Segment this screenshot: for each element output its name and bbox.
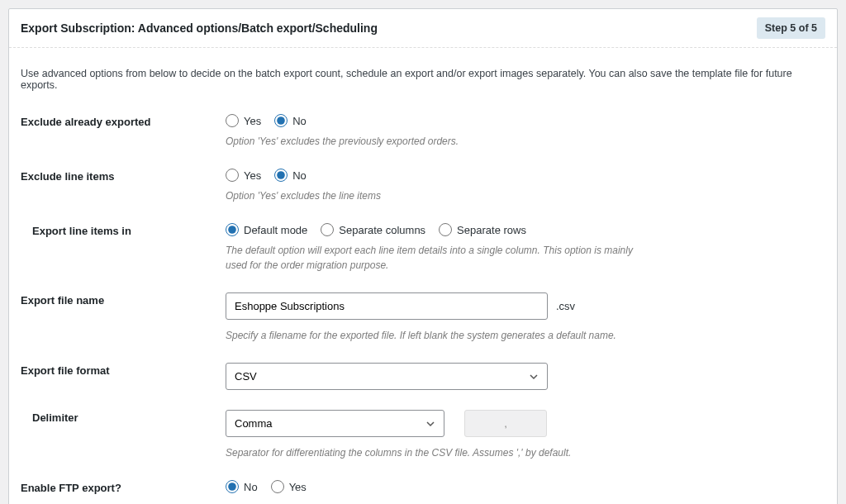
label-delimiter: Delimiter <box>21 410 226 460</box>
label-filename: Export file name <box>21 292 226 343</box>
control-ftp: No Yes <box>226 480 825 500</box>
control-line-item-mode: Default mode Separate columns Separate r… <box>226 223 825 273</box>
delimiter-select[interactable]: Comma <box>226 410 444 437</box>
row-fileformat: Export file format CSV <box>21 363 825 390</box>
row-ftp: Enable FTP export? No Yes <box>21 480 825 500</box>
control-filename: .csv Specify a filename for the exported… <box>226 292 825 343</box>
radio-exclude-exported-no[interactable]: No <box>274 114 307 127</box>
label-line-item-mode: Export line items in <box>21 223 226 273</box>
fileformat-select[interactable]: CSV <box>226 363 548 390</box>
row-exclude-exported: Exclude already exported Yes No Option '… <box>21 114 825 149</box>
radio-group-ftp: No Yes <box>226 480 825 493</box>
filename-ext: .csv <box>556 300 575 312</box>
panel-header: Export Subscription: Advanced options/Ba… <box>9 9 837 48</box>
help-exclude-exported: Option 'Yes' excludes the previously exp… <box>226 134 825 149</box>
radio-line-item-columns[interactable]: Separate columns <box>321 223 425 236</box>
radio-ftp-no[interactable]: No <box>226 480 258 493</box>
delimiter-symbol: , <box>464 410 547 437</box>
row-exclude-line-items: Exclude line items Yes No Option 'Yes' e… <box>21 169 825 203</box>
row-delimiter: Delimiter Comma , Separator for differen… <box>21 410 825 460</box>
radio-label: Yes <box>244 115 261 127</box>
radio-label: No <box>244 481 258 493</box>
label-ftp: Enable FTP export? <box>21 480 226 500</box>
panel-body: Use advanced options from below to decid… <box>9 48 837 504</box>
control-exclude-line-items: Yes No Option 'Yes' excludes the line it… <box>226 169 825 203</box>
radio-exclude-exported-yes[interactable]: Yes <box>226 114 261 127</box>
radio-label: Yes <box>244 169 261 182</box>
control-exclude-exported: Yes No Option 'Yes' excludes the previou… <box>226 114 825 149</box>
radio-group-exclude-exported: Yes No <box>226 114 825 127</box>
intro-text: Use advanced options from below to decid… <box>21 68 825 91</box>
radio-group-exclude-line-items: Yes No <box>226 169 825 182</box>
radio-exclude-line-items-yes[interactable]: Yes <box>226 169 261 182</box>
radio-ftp-yes[interactable]: Yes <box>271 480 307 493</box>
radio-label: Separate rows <box>457 224 526 236</box>
row-line-item-mode: Export line items in Default mode Separa… <box>21 223 825 273</box>
label-fileformat: Export file format <box>21 363 226 390</box>
help-line-item-mode: The default option will export each line… <box>226 243 655 273</box>
radio-exclude-line-items-no[interactable]: No <box>274 169 307 182</box>
radio-label: Default mode <box>244 224 307 236</box>
filename-input[interactable] <box>226 292 548 320</box>
row-filename: Export file name .csv Specify a filename… <box>21 292 825 343</box>
page-title: Export Subscription: Advanced options/Ba… <box>21 21 378 35</box>
radio-line-item-default[interactable]: Default mode <box>226 223 307 236</box>
radio-label: Separate columns <box>339 224 425 236</box>
label-exclude-exported: Exclude already exported <box>21 114 226 149</box>
radio-line-item-rows[interactable]: Separate rows <box>439 223 526 236</box>
radio-label: No <box>292 169 307 182</box>
main-panel: Export Subscription: Advanced options/Ba… <box>8 8 838 504</box>
radio-group-line-item-mode: Default mode Separate columns Separate r… <box>226 223 825 236</box>
label-exclude-line-items: Exclude line items <box>21 169 226 203</box>
control-delimiter: Comma , Separator for differentiating th… <box>226 410 825 460</box>
help-delimiter: Separator for differentiating the column… <box>226 445 825 460</box>
step-badge: Step 5 of 5 <box>757 17 825 39</box>
radio-label: Yes <box>289 481 307 493</box>
control-fileformat: CSV <box>226 363 825 390</box>
help-exclude-line-items: Option 'Yes' excludes the line items <box>226 188 825 203</box>
radio-label: No <box>292 115 307 127</box>
help-filename: Specify a filename for the exported file… <box>226 328 825 343</box>
